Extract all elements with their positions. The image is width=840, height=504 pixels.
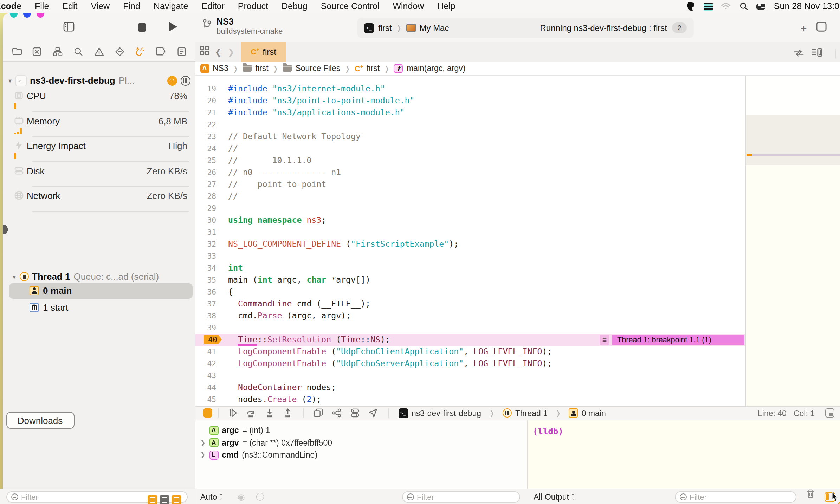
menu-item-debug[interactable]: Debug (282, 2, 308, 12)
menu-item-view[interactable]: View (91, 2, 110, 12)
code-line-39[interactable]: 39 (195, 322, 745, 334)
menu-apple-app[interactable]: Xcode (0, 2, 21, 12)
code-line-38[interactable]: 38 cmd.Parse (argc, argv); (195, 310, 745, 322)
step-over-button[interactable] (246, 408, 257, 418)
toggle-console-view-button[interactable] (838, 502, 840, 504)
line-number[interactable]: 29 (195, 202, 216, 214)
line-number[interactable]: 32 (195, 238, 216, 250)
notch-app-icon[interactable] (686, 2, 696, 11)
scheme-target[interactable]: first (378, 23, 392, 33)
spotlight-icon[interactable] (739, 2, 749, 11)
threads-view-icon[interactable] (180, 76, 190, 85)
debug-process-name[interactable]: ns3-dev-first-debug (412, 409, 481, 417)
window-layout-icon[interactable] (816, 22, 827, 34)
line-number[interactable]: 28 (195, 190, 216, 202)
test-navigator-icon[interactable] (114, 46, 125, 57)
code-line-26[interactable]: 26// n0 -------------- n1 (195, 166, 745, 178)
menu-item-find[interactable]: Find (123, 2, 140, 12)
line-number[interactable]: 20 (195, 95, 216, 106)
code-line-23[interactable]: 23// Default Network Topology (195, 130, 745, 142)
clear-console-icon[interactable] (806, 489, 815, 498)
code-line-45[interactable]: 45 nodes.Create (2); (195, 393, 745, 405)
code-line-19[interactable]: 19#include "ns3/internet-module.h" (195, 83, 745, 95)
related-items-icon[interactable] (199, 46, 209, 58)
find-navigator-icon[interactable] (73, 46, 84, 57)
downloads-button[interactable]: Downloads (6, 412, 74, 429)
gauge-row-cpu[interactable]: CPU78% (3, 87, 194, 112)
line-number[interactable]: 38 (195, 310, 216, 322)
line-number[interactable]: 25 (195, 154, 216, 166)
breadcrumb-item[interactable]: C+first (355, 64, 380, 72)
source-editor[interactable]: 19#include "ns3/internet-module.h"20#inc… (195, 76, 745, 406)
line-number[interactable]: 42 (195, 357, 216, 369)
gauge-row-memory[interactable]: Memory6,8 MB (3, 112, 194, 137)
issues-badge[interactable]: 2 (672, 22, 687, 33)
code-line-33[interactable]: 33 (195, 250, 745, 262)
breakpoints-toggle-button[interactable] (203, 408, 212, 418)
code-line-21[interactable]: 21#include "ns3/applications-module.h" (195, 106, 745, 118)
tab-first[interactable]: C+ first (241, 42, 286, 62)
code-line-27[interactable]: 27// point-to-point (195, 178, 745, 190)
editor-minimap[interactable] (745, 76, 840, 406)
code-line-41[interactable]: 41 LogComponentEnable ("UdpEchoClientApp… (195, 345, 745, 357)
issue-navigator-icon[interactable] (94, 46, 104, 57)
code-line-29[interactable]: 29 (195, 202, 745, 214)
code-line-30[interactable]: 30using namespace ns3; (195, 214, 745, 226)
breakpoint-annotation[interactable]: Thread 1: breakpoint 1.1 (1) (612, 334, 744, 345)
gauge-row-energy-impact[interactable]: Energy ImpactHigh (3, 137, 194, 162)
debug-view-hierarchy-button[interactable] (312, 408, 324, 418)
code-line-43[interactable]: 43 (195, 369, 745, 381)
disclosure-chevron-icon[interactable]: ❯ (200, 439, 206, 446)
print-description-icon[interactable]: ⓘ (256, 489, 264, 504)
line-number[interactable]: 27 (195, 178, 216, 190)
thread-row[interactable]: ▾ Thread 1 Queue: c...ad (serial) (13, 271, 159, 282)
gauge-row-disk[interactable]: DiskZero KB/s (3, 162, 194, 187)
quicklook-eye-icon[interactable]: ◉ (238, 489, 245, 504)
toggle-navigator-button[interactable] (63, 22, 75, 34)
performance-gauge-icon[interactable]: ◠ (167, 76, 177, 85)
menu-clock[interactable]: Sun 28 Nov 13:06 (774, 2, 840, 12)
continue-button[interactable] (227, 408, 239, 418)
line-number[interactable]: 43 (195, 369, 216, 381)
code-line-24[interactable]: 24// (195, 142, 745, 154)
filter-breakpoints-button[interactable] (148, 495, 157, 504)
report-navigator-icon[interactable] (176, 46, 187, 57)
input-source-icon[interactable] (704, 2, 713, 11)
breakpoint-arrow-badge[interactable]: 40 (203, 335, 222, 344)
line-number[interactable]: 33 (195, 250, 216, 262)
line-number[interactable]: 45 (195, 393, 216, 405)
symbol-navigator-icon[interactable] (52, 46, 63, 57)
run-destination[interactable]: My Mac (419, 23, 449, 33)
gauge-row-network[interactable]: NetworkZero KB/s (3, 187, 194, 212)
scheme-summary[interactable]: NS3 buildsystem-cmake (202, 17, 283, 35)
console-filter-field[interactable]: Filter (675, 491, 796, 503)
code-line-25[interactable]: 25// 10.1.1.0 (195, 154, 745, 166)
line-number[interactable]: 26 (195, 166, 216, 178)
variable-row-argv[interactable]: ❯Aargv= (char **) 0x7ffeefbff500 (200, 437, 332, 448)
line-number[interactable]: 36 (195, 286, 216, 298)
code-line-28[interactable]: 28// (195, 190, 745, 202)
thread-disclosure-icon[interactable]: ▾ (13, 273, 16, 280)
code-line-32[interactable]: 32NS_LOG_COMPONENT_DEFINE ("FirstScriptE… (195, 238, 745, 250)
line-number[interactable]: 44 (195, 381, 216, 393)
code-review-icon[interactable] (794, 47, 804, 60)
menu-item-help[interactable]: Help (437, 2, 455, 12)
line-number[interactable]: 34 (195, 262, 216, 274)
console-view[interactable] (527, 420, 840, 489)
forward-button[interactable]: ❯ (227, 47, 234, 57)
variable-row-argc[interactable]: Aargc= (int) 1 (200, 424, 270, 436)
step-out-button[interactable] (282, 408, 293, 418)
filter-crashed-button[interactable] (160, 495, 169, 504)
scheme-target-pill[interactable]: >_ first ❭ My Mac Running ns3-dev-first-… (357, 18, 694, 38)
line-number[interactable]: 22 (195, 118, 216, 130)
step-into-button[interactable] (264, 408, 275, 418)
line-number[interactable]: 35 (195, 274, 216, 286)
disclosure-chevron-icon[interactable]: ❯ (200, 451, 206, 458)
code-line-35[interactable]: 35main (int argc, char *argv[]) (195, 274, 745, 286)
disclosure-chevron-icon[interactable]: ▾ (8, 77, 12, 84)
variables-scope-selector[interactable]: Auto⌃⌄ (200, 489, 223, 504)
menu-item-product[interactable]: Product (238, 2, 268, 12)
line-number[interactable]: 41 (195, 345, 216, 357)
console-output-selector[interactable]: All Output⌃⌄ (534, 489, 575, 504)
breadcrumb-item[interactable]: Source Files (283, 64, 340, 72)
